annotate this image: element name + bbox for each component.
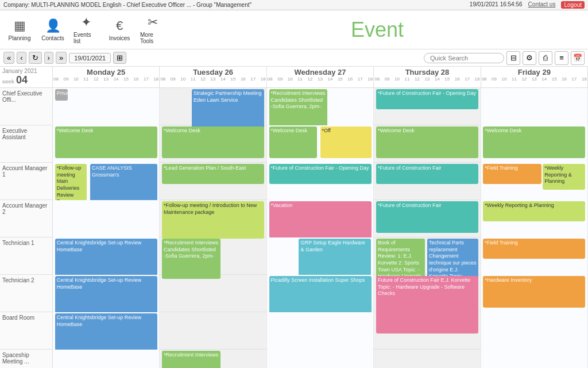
day-cell-7-thu [374,350,481,368]
event-block-4-wed-0[interactable]: GRP Setup Eagle Hardware & Garden [299,239,371,276]
event-block-4-mon-0[interactable]: Central Knightsbridge Set-up Review Home… [55,239,157,276]
day-cell-5-wed: Picadilly Screen Installation Super Shop… [267,275,374,312]
event-block-0-thu-0[interactable]: *Future of Construction Fair - Opening D… [376,89,478,109]
day-headers: January 2021 week 04 Monday 25 080910111… [0,67,588,88]
event-block-2-tue-0[interactable]: *Lead Generation Plan / South-East [162,164,264,184]
day-name-fri: Friday 29 [481,68,587,76]
events-list-label: Events list [74,32,99,44]
event-block-2-mon-0[interactable]: *Follow-up meeting Main Deliveries Revie… [55,164,87,201]
event-block-0-mon-0[interactable]: Private [55,89,68,101]
event-block-2-fri-0[interactable]: *Field Training [483,164,541,184]
day-cell-2-tue: *Lead Generation Plan / South-East [160,163,266,200]
event-block-1-wed-0[interactable]: *Welcome Desk [269,126,317,158]
event-block-7-tue-0[interactable]: *Recruitment Interviews [162,351,220,368]
prev-prev-button[interactable]: « [3,52,14,64]
event-block-4-fri-0[interactable]: *Field Training [483,239,585,259]
contact-link[interactable]: Contact us [528,1,556,9]
day-cell-0-mon: Private [53,88,160,125]
print-button[interactable]: ⎙ [539,51,552,65]
search-input[interactable] [424,53,504,63]
event-block-3-tue-0[interactable]: *Follow-up meeting / Introduction to New… [162,201,264,239]
day-cell-6-tue [160,312,266,350]
event-block-3-wed-0[interactable]: *Vacation [269,201,372,239]
day-cell-2-wed: *Future of Construction Fair - Opening D… [267,163,374,200]
day-cell-1-fri: *Welcome Desk [481,125,588,163]
datetime: 19/01/2021 16:54:56 [470,1,523,9]
settings-button[interactable]: ⚙ [523,51,536,65]
nav-more-tools[interactable]: ✂ More Tools [138,13,168,47]
grid-view-button[interactable]: ⊞ [113,52,126,64]
day-header-tue: Tuesday 26 0809101112131415161718 [160,67,266,87]
day-name-wed: Wednesday 27 [267,68,373,76]
event-block-3-thu-0[interactable]: *Future of Construction Fair [376,201,478,233]
day-cell-5-mon: Central Knightsbridge Set-up Review Home… [53,275,160,312]
nav-planning[interactable]: ▦ Planning [5,16,34,44]
day-cell-1-mon: *Welcome Desk [53,125,160,163]
event-block-0-wed-0[interactable]: *Recruitment Interviews Candidates Short… [269,89,328,129]
event-block-1-mon-0[interactable]: *Welcome Desk [55,126,157,158]
toolbar: « ‹ ↻ › » 19/01/2021 ⊞ ⊟ ⚙ ⎙ ≡ 📅 [0,49,588,67]
event-block-2-mon-1[interactable]: CASE ANALYSIS Grossman's [90,164,157,201]
day-cell-2-mon: *Follow-up meeting Main Deliveries Revie… [53,163,160,200]
week-word: week [2,79,14,85]
prev-button[interactable]: ‹ [17,52,26,64]
week-label: January 2021 week 04 [0,67,53,87]
day-hours-thu: 0809101112131415161718 [374,76,480,82]
nav-invoices[interactable]: € Invoices [105,16,134,44]
event-block-2-fri-1[interactable]: *Weekly Reporting & Planning [543,164,585,190]
event-block-3-fri-0[interactable]: *Weekly Reporting & Planning [483,201,585,221]
event-block-1-tue-0[interactable]: *Welcome Desk [162,126,264,158]
cal-button[interactable]: 📅 [571,51,585,65]
day-cell-2-thu: *Future of Construction Fair [374,163,481,200]
resource-label-3: Account Manager 2 [0,200,53,237]
day-name-mon: Monday 25 [53,68,159,76]
day-header-wed: Wednesday 27 0809101112131415161718 [267,67,374,87]
day-cell-3-wed: *Vacation [267,200,374,237]
event-block-2-wed-0[interactable]: *Future of Construction Fair - Opening D… [269,164,372,184]
day-cell-5-thu: Future of Construction Fair E.J. Korvett… [374,275,481,312]
resource-label-5: Technician 2 [0,275,53,312]
day-cell-1-thu: *Welcome Desk [374,125,481,163]
nav-contacts[interactable]: 👤 Contacts [38,16,68,44]
calendar-body: Chief Executive Offi...PrivateStrategic … [0,88,588,368]
event-block-5-fri-0[interactable]: *Hardware Inventory [483,276,585,308]
day-cell-3-tue: *Follow-up meeting / Introduction to New… [160,200,266,237]
list-button[interactable]: ≡ [555,51,568,65]
refresh-button[interactable]: ↻ [29,52,42,64]
filter-button[interactable]: ⊟ [506,51,520,65]
day-hours-wed: 0809101112131415161718 [267,76,373,82]
day-cell-6-wed [267,312,374,350]
day-name-tue: Tuesday 26 [160,68,266,76]
day-header-thu: Thursday 28 0809101112131415161718 [374,67,481,87]
breadcrumb: Company: MULTI-PLANNING MODEL English - … [3,2,252,8]
logout-button[interactable]: Logout [561,1,585,9]
current-date-display[interactable]: 19/01/2021 [69,53,111,63]
top-bar: Company: MULTI-PLANNING MODEL English - … [0,0,588,10]
event-block-1-wed-1[interactable]: *Off [320,126,372,158]
resource-row-0: Chief Executive Offi...PrivateStrategic … [0,88,588,125]
day-cell-6-thu [374,312,481,350]
next-button[interactable]: › [44,52,53,64]
event-block-1-fri-0[interactable]: *Welcome Desk [483,126,585,158]
day-cell-7-fri [481,350,588,368]
contacts-icon: 👤 [45,18,61,33]
nav-bar: ▦ Planning 👤 Contacts ✦ Events list € In… [0,10,588,49]
day-cell-4-fri: *Field Training [481,237,588,275]
day-hours-mon: 0809101112131415161718 [53,76,159,82]
app-title: Event [171,18,583,42]
day-cell-5-tue [160,275,266,312]
day-cell-5-fri: *Hardware Inventory [481,275,588,312]
nav-events-list[interactable]: ✦ Events list [71,13,101,47]
event-block-5-mon-0[interactable]: Central Knightsbridge Set-up Review Home… [55,276,157,313]
event-block-4-tue-0[interactable]: *Recruitment Interviews Candidates Short… [162,239,220,279]
day-cell-0-tue: Strategic Partnership Meeting Eden Lawn … [160,88,266,125]
event-block-5-wed-0[interactable]: Picadilly Screen Installation Super Shop… [269,276,372,313]
month-year: January 2021 [2,68,50,74]
day-cell-3-fri: *Weekly Reporting & Planning [481,200,588,237]
event-block-1-thu-0[interactable]: *Welcome Desk [376,126,478,158]
planning-label: Planning [9,35,31,41]
event-block-2-thu-0[interactable]: *Future of Construction Fair [376,164,478,184]
next-next-button[interactable]: » [56,52,67,64]
event-block-6-mon-0[interactable]: Central Knightsbridge Set-up Review Home… [55,313,157,351]
day-cell-0-thu: *Future of Construction Fair - Opening D… [374,88,481,125]
